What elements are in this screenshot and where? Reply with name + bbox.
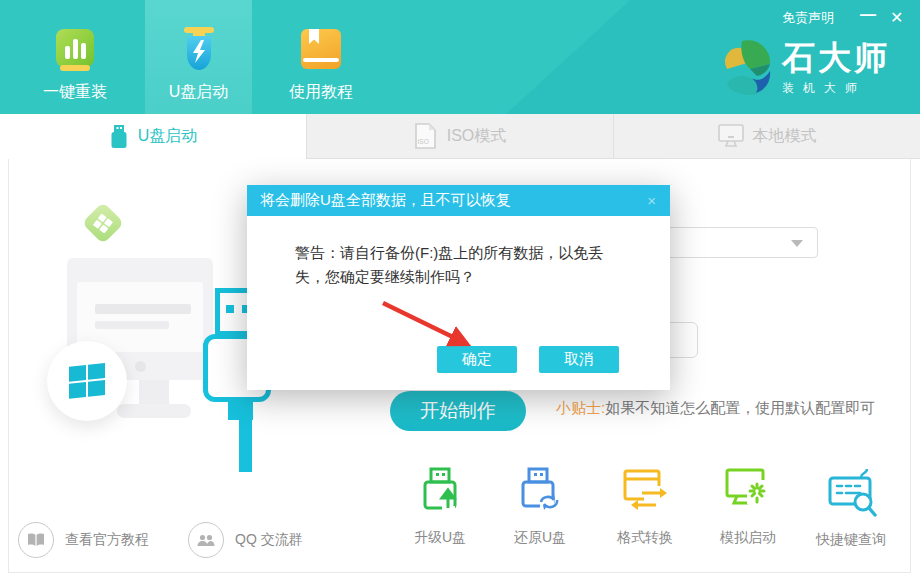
tool-upgrade-usb[interactable]: 升级U盘: [390, 466, 490, 547]
tip-text: 小贴士:如果不知道怎么配置，使用默认配置即可: [556, 399, 875, 418]
brand-name: 石大师: [782, 40, 890, 76]
dialog-title: 将会删除U盘全部数据，且不可以恢复: [260, 191, 511, 210]
link-label: 查看官方教程: [65, 531, 149, 549]
usb-stick-icon: [109, 125, 129, 149]
tool-label: 还原U盘: [490, 529, 590, 547]
tool-label: 模拟启动: [698, 529, 798, 547]
open-book-icon: [18, 522, 54, 558]
brand-swirl-icon: [720, 38, 774, 98]
usb-shield-icon: [177, 27, 221, 73]
nav-label: 一键重装: [43, 82, 107, 103]
dialog-titlebar: 将会删除U盘全部数据，且不可以恢复: [247, 185, 670, 216]
tab-label: ISO模式: [447, 126, 507, 147]
nav-label: 使用教程: [289, 82, 353, 103]
warning-dialog: 将会删除U盘全部数据，且不可以恢复 × 警告：请自行备份(F:)盘上的所有数据，…: [247, 185, 670, 390]
tab-label: 本地模式: [753, 126, 817, 147]
tip-label: 小贴士:: [556, 399, 605, 416]
usb-drive-plug: [228, 398, 253, 420]
official-tutorial-link[interactable]: 查看官方教程: [18, 522, 149, 558]
tool-label: 升级U盘: [390, 529, 490, 547]
tool-format-convert[interactable]: 格式转换: [595, 466, 695, 547]
link-label: QQ 交流群: [235, 531, 303, 549]
tab-local-mode[interactable]: 本地模式: [613, 114, 920, 159]
tool-hotkey-query[interactable]: 快捷键查询: [801, 466, 901, 549]
nav-label: U盘启动: [169, 82, 229, 103]
usb-upgrade-icon: [416, 466, 464, 518]
dialog-message: 警告：请自行备份(F:)盘上的所有数据，以免丢失，您确定要继续制作吗？: [295, 241, 631, 289]
simulate-boot-icon: [723, 466, 773, 518]
cancel-button[interactable]: 取消: [539, 346, 619, 373]
nav-item-one-key-reinstall[interactable]: 一键重装: [20, 0, 130, 114]
nav-item-usb-boot[interactable]: U盘启动: [145, 0, 252, 114]
usb-drive-cable: [239, 418, 252, 472]
qq-group-link[interactable]: QQ 交流群: [188, 522, 303, 558]
windows-flag-icon: [67, 361, 107, 401]
usb-restore-icon: [516, 466, 564, 518]
monitor-stand: [139, 380, 169, 406]
windows-logo-badge: [47, 341, 127, 421]
monitor-base: [117, 404, 191, 418]
chart-bars-icon: [53, 27, 97, 73]
hotkey-search-icon: [825, 466, 877, 520]
start-make-button[interactable]: 开始制作: [390, 391, 526, 431]
tab-usb-boot[interactable]: U盘启动: [0, 114, 306, 159]
format-convert-icon: [620, 466, 670, 518]
tool-label: 格式转换: [595, 529, 695, 547]
tool-simulate-boot[interactable]: 模拟启动: [698, 466, 798, 547]
monitor-icon: [718, 124, 744, 148]
tool-label: 快捷键查询: [801, 531, 901, 549]
iso-file-icon: ISO: [414, 123, 438, 149]
nav-item-tutorial[interactable]: 使用教程: [266, 0, 376, 114]
tab-label: U盘启动: [138, 126, 198, 147]
close-button[interactable]: ✕: [886, 4, 907, 31]
svg-text:ISO: ISO: [417, 138, 428, 145]
book-icon: [299, 27, 343, 73]
tool-restore-usb[interactable]: 还原U盘: [490, 466, 590, 547]
minimize-button[interactable]: —: [856, 2, 880, 28]
dialog-close-icon[interactable]: ×: [643, 190, 660, 211]
people-group-icon: [188, 522, 224, 558]
tab-iso-mode[interactable]: ISO ISO模式: [306, 114, 613, 159]
mode-tabs: U盘启动 ISO ISO模式 本地模式: [0, 114, 920, 159]
brand-logo: 石大师 装机大师: [720, 38, 890, 98]
confirm-button[interactable]: 确定: [437, 346, 517, 373]
brand-tagline: 装机大师: [782, 80, 890, 97]
disclaimer-link[interactable]: 免责声明: [782, 9, 834, 27]
chevron-down-icon: [791, 240, 803, 247]
